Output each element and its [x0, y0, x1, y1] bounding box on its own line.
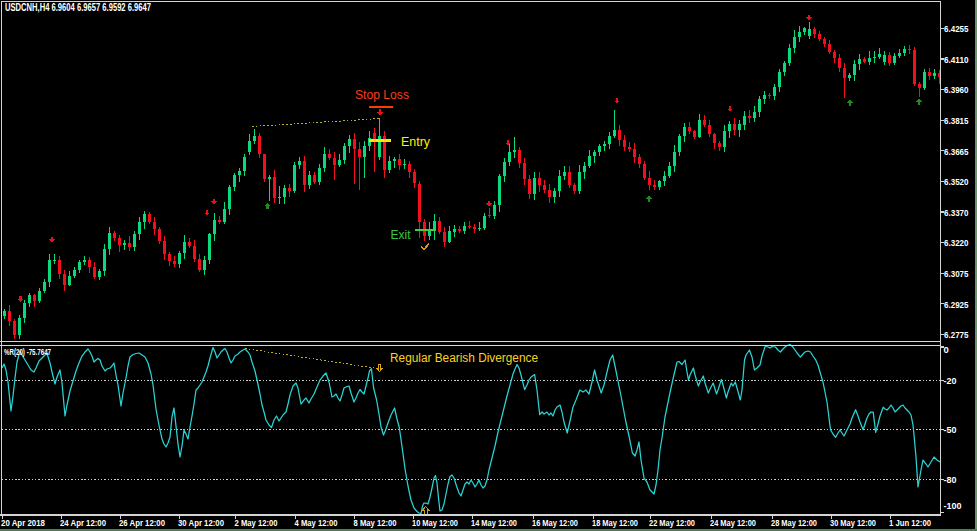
svg-text:6.3960: 6.3960: [944, 84, 969, 95]
svg-text:-20: -20: [944, 375, 957, 386]
svg-text:%R(20) -75.7647: %R(20) -75.7647: [4, 347, 51, 357]
svg-text:6.3665: 6.3665: [944, 146, 969, 157]
svg-text:30 May 12:00: 30 May 12:00: [830, 517, 876, 528]
svg-text:1 Jun 12:00: 1 Jun 12:00: [889, 517, 931, 528]
svg-text:16 May 12:00: 16 May 12:00: [532, 517, 578, 528]
svg-text:28 May 12:00: 28 May 12:00: [771, 517, 817, 528]
svg-text:26 Apr 12:00: 26 Apr 12:00: [119, 517, 165, 528]
svg-text:USDCNH,H4 6.9604 6.9657 6.959: USDCNH,H4 6.9604 6.9657 6.9592 6.9647: [5, 1, 151, 13]
svg-text:-80: -80: [944, 474, 957, 485]
svg-text:6.2925: 6.2925: [944, 299, 969, 310]
svg-text:20 Apr 2018: 20 Apr 2018: [1, 517, 45, 528]
svg-text:10 May 12:00: 10 May 12:00: [412, 517, 458, 528]
svg-text:14 May 12:00: 14 May 12:00: [471, 517, 517, 528]
svg-text:6.4110: 6.4110: [944, 54, 969, 65]
svg-text:-50: -50: [944, 424, 957, 435]
svg-text:Regular Bearish Divergence: Regular Bearish Divergence: [390, 351, 538, 365]
svg-text:4 May 12:00: 4 May 12:00: [295, 517, 338, 528]
svg-text:0: 0: [944, 344, 949, 355]
svg-text:24 Apr 12:00: 24 Apr 12:00: [60, 517, 106, 528]
svg-text:6.3220: 6.3220: [944, 237, 969, 248]
svg-text:8 May 12:00: 8 May 12:00: [354, 517, 397, 528]
svg-text:6.3075: 6.3075: [944, 268, 969, 279]
svg-text:Exit: Exit: [391, 228, 412, 242]
svg-text:-100: -100: [944, 500, 962, 511]
svg-text:Stop Loss: Stop Loss: [355, 87, 409, 102]
svg-text:24 May 12:00: 24 May 12:00: [710, 517, 756, 528]
svg-text:18 May 12:00: 18 May 12:00: [592, 517, 638, 528]
svg-text:6.2775: 6.2775: [944, 329, 969, 340]
svg-text:30 Apr 12:00: 30 Apr 12:00: [178, 517, 224, 528]
svg-text:22 May 12:00: 22 May 12:00: [649, 517, 695, 528]
svg-text:2 May 12:00: 2 May 12:00: [235, 517, 278, 528]
svg-text:6.3815: 6.3815: [944, 115, 969, 126]
svg-text:6.3520: 6.3520: [944, 176, 969, 187]
svg-text:6.4255: 6.4255: [944, 23, 969, 34]
svg-text:Entry: Entry: [401, 134, 430, 149]
svg-text:6.3370: 6.3370: [944, 207, 969, 218]
